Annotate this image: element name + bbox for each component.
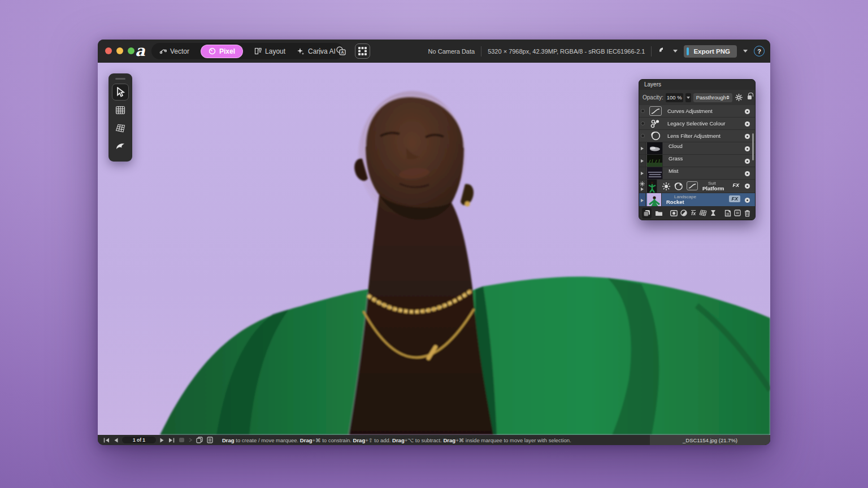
layer-name: Curves Adjustment [667,105,713,117]
previous-page-icon[interactable] [114,438,118,443]
tab-vector[interactable]: Vector [159,47,189,55]
layer-row-rocket[interactable]: Landscape Rocket FX [639,193,755,207]
fx-indicator[interactable]: FX [732,182,739,188]
document-list-icon[interactable] [207,437,213,443]
layers-scrollbar[interactable] [752,133,754,160]
visibility-toggle[interactable] [745,134,750,139]
blend-mode-select[interactable]: Passthrough [693,93,732,102]
mesh-warp-tool[interactable] [112,102,129,119]
layer-row-legacy-selective-colour[interactable]: Legacy Selective Colour [639,117,755,130]
live-filter-icon[interactable] [698,208,708,219]
arrange-grid-icon[interactable] [355,43,370,59]
export-png-button[interactable]: Export PNG [684,45,737,58]
visibility-toggle[interactable] [745,109,750,114]
divider [481,46,481,56]
tab-pixel[interactable]: Pixel [201,45,243,58]
visibility-toggle[interactable] [745,159,750,164]
canva-ai-sparkle-icon [297,47,305,55]
export-dropdown-chevron-icon[interactable] [743,50,748,53]
layer-row-platform[interactable]: Suit Platform FX [639,180,755,193]
minimize-window-button[interactable] [116,47,123,54]
mask-layer-icon[interactable] [669,208,679,219]
move-tool[interactable] [112,84,129,101]
panel-drag-handle[interactable] [115,78,125,80]
layer-row-mist[interactable]: Mist [639,167,755,180]
filename-zoom-status[interactable]: _DSC1154.jpg (21.7%) [650,435,770,445]
layer-mask-dot [641,109,645,113]
layer-name: Grass [669,155,683,162]
chevron-icon-disabled [189,438,192,442]
curves-mini-icon [687,181,698,190]
layer-name: Mist [669,168,678,174]
visibility-toggle[interactable] [745,198,750,203]
insert-options-icon[interactable] [733,208,743,219]
visibility-toggle[interactable] [745,171,750,176]
layers-panel-toolbar: fx [639,206,755,220]
expand-chevron-icon[interactable] [641,147,644,150]
close-window-button[interactable] [105,47,112,54]
lens-filter-mini-icon [673,181,684,191]
divider [651,46,652,56]
next-page-icon[interactable] [160,438,164,443]
layer-row-grass[interactable]: Grass [639,155,755,167]
liquify-tool[interactable] [112,138,129,155]
lens-filter-icon [649,131,662,141]
layer-thumbnail [647,155,663,167]
canvas[interactable]: Layers Opacity: 100 % Passthrough [98,63,770,435]
layer-row-curves-adjustment[interactable]: Curves Adjustment [639,105,755,117]
expand-chevron-icon[interactable] [641,159,644,163]
layer-name: Platform [702,185,724,191]
expand-chevron-icon[interactable] [641,199,644,202]
swirl-blob-icon [115,142,125,151]
fx-indicator[interactable]: FX [729,195,740,202]
blend-mode-stepper-icon [726,95,730,99]
layer-name: Lens Filter Adjustment [667,130,721,142]
delete-layer-trash-icon[interactable] [743,208,752,219]
linked-snowflake-icon [640,181,645,186]
edit-layer-icon[interactable] [642,208,652,219]
first-page-icon[interactable] [103,438,110,443]
visibility-toggle[interactable] [745,121,750,127]
layer-name: Legacy Selective Colour [667,117,725,130]
layers-panel-title: Layers [639,80,755,90]
document-info: 5320 × 7968px, 42.39MP, RGBA/8 - sRGB IE… [488,48,645,55]
snapping-magnet-icon[interactable] [658,47,667,56]
layer-row-lens-filter-adjustment[interactable]: Lens Filter Adjustment [639,130,755,142]
layer-settings-gear-icon[interactable] [735,92,744,103]
layer-thumbnail [647,180,657,193]
more-options-kebab-icon[interactable]: ⋮ [316,46,324,56]
layers-panel: Layers Opacity: 100 % Passthrough [639,79,756,220]
duplicate-pages-icon[interactable] [196,437,203,443]
adjustment-layer-icon[interactable] [679,208,688,219]
tab-layout[interactable]: Layout [254,47,285,55]
visibility-toggle[interactable] [745,184,750,189]
assistant-icon[interactable]: A [335,46,348,57]
opacity-dropdown[interactable] [685,93,691,102]
expand-chevron-icon[interactable] [641,172,644,175]
layer-row-cloud[interactable]: Cloud [639,142,755,155]
add-group-folder-icon[interactable] [654,208,664,219]
titlebar: a Vector Pixel [98,40,770,63]
help-button[interactable]: ? [754,46,765,56]
expand-chevron-icon[interactable] [641,188,644,191]
statusbar: 1 of 1 Drag to create / move marquee. Dr… [98,435,770,445]
lock-icon[interactable] [748,95,752,99]
page-preview-icon-disabled [179,437,185,443]
blend-ranges-hourglass-icon[interactable] [708,208,718,219]
opacity-input[interactable]: 100 % [666,93,683,102]
layer-mask-dot [641,121,645,125]
layers-list: Curves Adjustment Legacy Selectiv [639,105,755,207]
snapping-dropdown-chevron-icon[interactable] [673,50,678,53]
brightness-adjustment-icon [661,181,671,191]
layer-thumbnail [647,142,663,154]
pixel-persona-icon [209,47,216,55]
window-controls [105,47,134,54]
page-indicator[interactable]: 1 of 1 [122,437,156,443]
perspective-tool[interactable] [112,120,129,137]
last-page-icon[interactable] [168,438,175,443]
add-layer-icon[interactable] [723,208,732,219]
layer-mask-dot [641,134,645,138]
visibility-toggle[interactable] [745,146,750,151]
layer-effects-fx-icon[interactable]: fx [689,208,698,219]
layer-name: Cloud [669,143,683,149]
